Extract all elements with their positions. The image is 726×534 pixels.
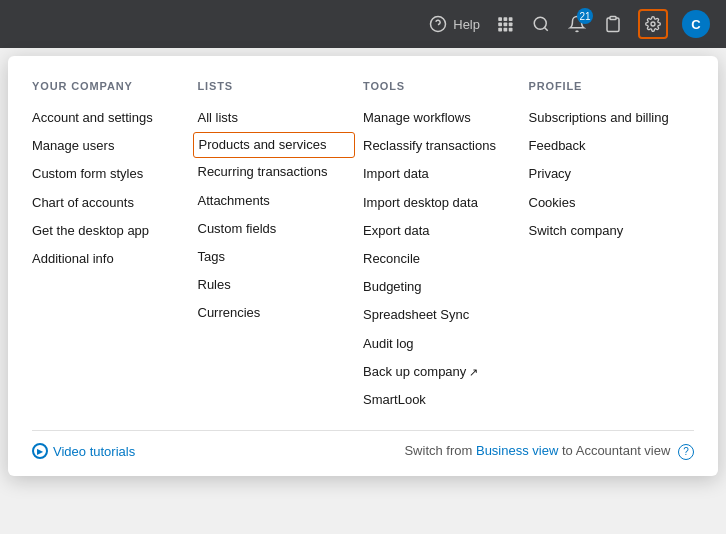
svg-rect-2 <box>498 17 502 21</box>
tools-column: TOOLS Manage workflows Reclassify transa… <box>363 80 529 414</box>
products-services-item[interactable]: Products and services <box>193 132 356 158</box>
switch-view-help-icon[interactable]: ? <box>678 444 694 460</box>
get-desktop-app-item[interactable]: Get the desktop app <box>32 217 190 245</box>
lists-column: LISTS All lists Products and services Re… <box>198 80 364 414</box>
budgeting-item[interactable]: Budgeting <box>363 273 521 301</box>
svg-rect-5 <box>498 23 502 27</box>
svg-rect-10 <box>509 28 513 32</box>
clipboard-icon[interactable] <box>602 13 624 35</box>
tags-item[interactable]: Tags <box>198 243 356 271</box>
svg-rect-3 <box>504 17 508 21</box>
video-tutorials-label: Video tutorials <box>53 444 135 459</box>
user-avatar[interactable]: C <box>682 10 710 38</box>
recurring-transactions-item[interactable]: Recurring transactions <box>198 158 356 186</box>
settings-dropdown-panel: YOUR COMPANY Account and settings Manage… <box>8 56 718 476</box>
profile-header: PROFILE <box>529 80 687 92</box>
audit-log-item[interactable]: Audit log <box>363 330 521 358</box>
switch-to-label: to Accountant view <box>562 443 670 458</box>
help-label: Help <box>453 17 480 32</box>
profile-column: PROFILE Subscriptions and billing Feedba… <box>529 80 695 414</box>
currencies-item[interactable]: Currencies <box>198 299 356 327</box>
account-settings-item[interactable]: Account and settings <box>32 104 190 132</box>
content-area: YOUR COMPANY Account and settings Manage… <box>0 48 726 534</box>
svg-point-14 <box>651 22 655 26</box>
notification-count-badge: 21 <box>577 8 593 24</box>
svg-rect-4 <box>509 17 513 21</box>
top-navigation-bar: Help 21 <box>0 0 726 48</box>
svg-rect-6 <box>504 23 508 27</box>
play-icon: ▶ <box>32 443 48 459</box>
all-lists-item[interactable]: All lists <box>198 104 356 132</box>
switch-from-label: Switch from <box>404 443 472 458</box>
your-company-column: YOUR COMPANY Account and settings Manage… <box>32 80 198 414</box>
chart-of-accounts-item[interactable]: Chart of accounts <box>32 189 190 217</box>
lists-header: LISTS <box>198 80 356 92</box>
switch-view-text: Switch from Business view to Accountant … <box>404 443 694 460</box>
search-icon[interactable] <box>530 13 552 35</box>
video-tutorials-link[interactable]: ▶ Video tutorials <box>32 443 135 459</box>
subscriptions-billing-item[interactable]: Subscriptions and billing <box>529 104 687 132</box>
privacy-item[interactable]: Privacy <box>529 160 687 188</box>
switch-company-item[interactable]: Switch company <box>529 217 687 245</box>
feedback-item[interactable]: Feedback <box>529 132 687 160</box>
custom-fields-item[interactable]: Custom fields <box>198 215 356 243</box>
panel-divider <box>32 430 694 431</box>
svg-point-11 <box>534 17 546 29</box>
manage-workflows-item[interactable]: Manage workflows <box>363 104 521 132</box>
manage-users-item[interactable]: Manage users <box>32 132 190 160</box>
spreadsheet-sync-item[interactable]: Spreadsheet Sync <box>363 301 521 329</box>
reconcile-item[interactable]: Reconcile <box>363 245 521 273</box>
tools-header: TOOLS <box>363 80 521 92</box>
import-desktop-data-item[interactable]: Import desktop data <box>363 189 521 217</box>
menu-columns: YOUR COMPANY Account and settings Manage… <box>32 80 694 414</box>
custom-form-styles-item[interactable]: Custom form styles <box>32 160 190 188</box>
settings-gear-button[interactable] <box>638 9 668 39</box>
your-company-header: YOUR COMPANY <box>32 80 190 92</box>
reclassify-transactions-item[interactable]: Reclassify transactions <box>363 132 521 160</box>
back-up-company-item[interactable]: Back up company <box>363 358 521 386</box>
panel-footer: ▶ Video tutorials Switch from Business v… <box>32 443 694 460</box>
cookies-item[interactable]: Cookies <box>529 189 687 217</box>
svg-rect-7 <box>509 23 513 27</box>
grid-icon[interactable] <box>494 13 516 35</box>
smartlook-item[interactable]: SmartLook <box>363 386 521 414</box>
rules-item[interactable]: Rules <box>198 271 356 299</box>
import-data-item[interactable]: Import data <box>363 160 521 188</box>
svg-rect-9 <box>504 28 508 32</box>
notifications-bell[interactable]: 21 <box>566 13 588 35</box>
svg-rect-8 <box>498 28 502 32</box>
business-view-link[interactable]: Business view <box>476 443 558 458</box>
svg-rect-13 <box>610 17 616 20</box>
svg-line-12 <box>544 27 547 30</box>
question-icon <box>427 13 449 35</box>
help-menu-item[interactable]: Help <box>427 13 480 35</box>
additional-info-item[interactable]: Additional info <box>32 245 190 273</box>
attachments-item[interactable]: Attachments <box>198 187 356 215</box>
export-data-item[interactable]: Export data <box>363 217 521 245</box>
